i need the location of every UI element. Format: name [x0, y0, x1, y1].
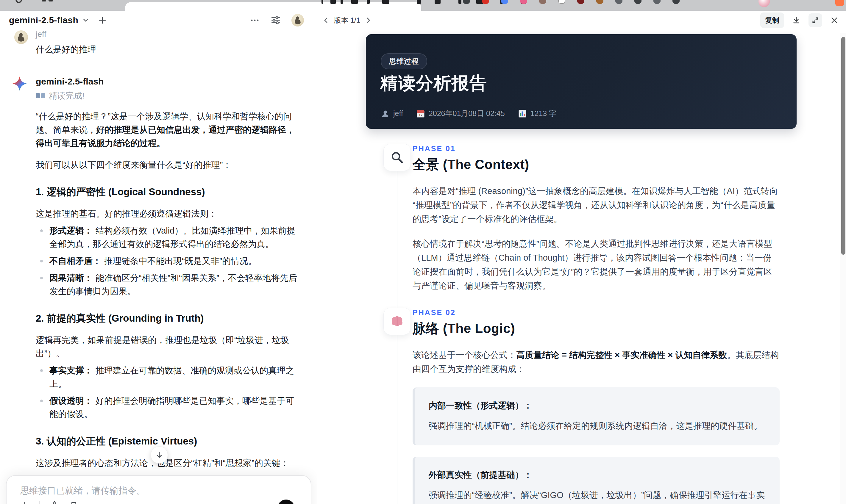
phase-label: PHASE 01 [412, 144, 780, 153]
url-text-fragment [417, 0, 421, 4]
attach-plus-button[interactable] [20, 501, 30, 504]
browser-extension-icon[interactable] [539, 0, 546, 4]
section-heading: 3. 认知的公正性 (Epistemic Virtues) [36, 435, 298, 448]
section-heading: 2. 前提的真实性 (Grounding in Truth) [36, 312, 298, 325]
intro-paragraph: “什么是好的推理？”这是一个涉及逻辑学、认知科学和哲学核心的问题。简单来说，好的… [36, 110, 298, 150]
url-text-fragment [435, 0, 441, 4]
book-icon [36, 92, 45, 100]
url-text-fragment [382, 0, 389, 4]
browser-extension-icon[interactable] [501, 0, 508, 4]
user-message: jeff 什么是好的推理 [36, 30, 298, 56]
phase-paragraph: 本内容是对“推理 (Reasoning)”这一抽象概念的高层建模。在知识爆炸与人… [412, 184, 780, 226]
chat-input[interactable]: 思维接口已就绪，请传输指令。 [20, 485, 145, 497]
report-type-badge: 思维过程 [381, 53, 427, 69]
report-title: 精读分析报告 [380, 72, 487, 95]
version-indicator: 版本 1/1 [334, 16, 360, 25]
bookmark-icon[interactable] [69, 501, 78, 504]
browser-tabs-icon[interactable] [49, 0, 53, 1]
browser-tabs-icon[interactable] [42, 0, 46, 1]
url-text-fragment [340, 0, 343, 4]
user-avatar [14, 30, 28, 44]
dimension-card: 外部真实性（前提基础）： 强调推理的“经验校准”。解决“GIGO（垃圾进，垃圾出… [412, 457, 780, 504]
list-item: 因果清晰：能准确区分“相关性”和“因果关系”，不会轻率地将先后发生的事情归为因果… [36, 271, 298, 298]
card-title: 内部一致性（形式逻辑）： [429, 400, 766, 412]
voice-input-button[interactable] [278, 500, 295, 504]
person-icon [381, 109, 390, 118]
next-version-button[interactable] [364, 16, 372, 24]
list-item: 不自相矛盾：推理链条中不能出现“既是又非”的情况。 [36, 254, 298, 268]
card-title: 外部真实性（前提基础）： [429, 469, 766, 481]
download-button[interactable] [790, 13, 803, 27]
report-meta: jeff 17 2026年01月08日 02:45 1213 字 [381, 109, 557, 119]
magnifier-icon [383, 144, 411, 171]
browser-extension-icon[interactable] [520, 0, 527, 4]
browser-extension-icon[interactable] [463, 0, 470, 4]
svg-text:17: 17 [419, 113, 423, 117]
more-options-button[interactable] [250, 15, 260, 25]
browser-extensions [463, 0, 680, 11]
url-text-fragment [458, 0, 461, 4]
skills-diamond-icon[interactable] [49, 501, 59, 504]
preview-toolbar: 版本 1/1 复制 [317, 11, 846, 30]
arrow-down-icon [155, 451, 163, 459]
browser-extension-icon[interactable] [615, 0, 622, 4]
report-hero-card: 思维过程 精读分析报告 jeff 17 2026年01月08日 02:45 12… [366, 34, 797, 129]
browser-profile-avatar[interactable] [758, 0, 770, 7]
browser-extension-icon[interactable] [672, 0, 680, 4]
gemini-star-icon [13, 76, 27, 91]
conversation-title[interactable]: gemini-2.5-flash [9, 15, 78, 25]
list-item: 假设透明：好的推理会明确指明哪些是已知事实，哪些是基于可能的假设。 [36, 394, 298, 421]
card-body: 强调推理的“经验校准”。解决“GIGO（垃圾进，垃圾出）”问题，确保推理引擎运行… [429, 488, 766, 504]
browser-extension-icon[interactable] [558, 0, 565, 4]
browser-menu-icon[interactable] [835, 0, 844, 6]
settings-sliders-button[interactable] [270, 15, 281, 25]
browser-reload-icon[interactable] [16, 0, 22, 3]
date-meta: 17 2026年01月08日 02:45 [416, 109, 505, 119]
card-body: 强调推理的“机械正确”。结论必须在给定的规则系统内逻辑自洽，这是推理的硬件基础。 [429, 419, 766, 433]
expand-fullscreen-button[interactable] [809, 13, 822, 27]
close-preview-button[interactable] [828, 13, 841, 27]
phase-title: 脉络 (The Logic) [412, 320, 780, 337]
new-chat-button[interactable] [98, 16, 107, 25]
report-document: 思维过程 精读分析报告 jeff 17 2026年01月08日 02:45 12… [317, 30, 840, 504]
copy-button[interactable]: 复制 [760, 13, 784, 28]
phase-paragraph: 核心情境在于解决“思考的随意性”问题。不论是人类通过批判性思维进行决策，还是大语… [412, 237, 780, 293]
browser-extension-icon[interactable] [653, 0, 660, 4]
chat-messages: jeff 什么是好的推理 gemini-2.5-flash [0, 30, 317, 504]
status-line: 精读完成! [36, 90, 298, 102]
section-lead: 逻辑再完美，如果前提是错误的，推理也是垃圾（即“垃圾进，垃圾出”）。 [36, 334, 298, 360]
url-text-fragment [351, 0, 358, 4]
scroll-to-bottom-button[interactable] [151, 446, 168, 464]
close-icon [830, 16, 839, 24]
section-lead: 这是推理的基石。好的推理必须遵循逻辑法则： [36, 207, 298, 220]
model-name: gemini-2.5-flash [36, 76, 298, 87]
previous-version-button[interactable] [322, 16, 330, 24]
phase-section-1: PHASE 01 全景 (The Context) 本内容是对“推理 (Reas… [317, 144, 780, 293]
message-text: 什么是好的推理 [36, 44, 298, 56]
browser-extension-icon[interactable] [482, 0, 489, 4]
phase-paragraph: 该论述基于一个核心公式：高质量结论 = 结构完整性 × 事实准确性 × 认知自律… [412, 348, 780, 376]
bullet-list: 事实支撑：推理建立在可靠的数据、准确的观测或公认的真理之上。 假设透明：好的推理… [36, 364, 298, 421]
browser-extension-icon[interactable] [596, 0, 603, 4]
user-avatar[interactable] [292, 14, 304, 26]
scrollbar-thumb[interactable] [841, 37, 845, 255]
browser-toolbar [0, 0, 846, 11]
artifact-preview-panel: 版本 1/1 复制 思维过程 精读分析报告 [317, 11, 846, 504]
url-text-fragment [331, 0, 336, 4]
message-composer[interactable]: 思维接口已就绪，请传输指令。 [6, 475, 311, 504]
brain-icon [383, 308, 411, 335]
browser-extension-icon[interactable] [634, 0, 641, 4]
vertical-scrollbar[interactable] [840, 33, 846, 504]
bar-chart-icon [518, 109, 527, 118]
phase-title: 全景 (The Context) [412, 156, 780, 174]
list-item: 事实支撑：推理建立在可靠的数据、准确的观测或公认的真理之上。 [36, 364, 298, 391]
assistant-markdown: “什么是好的推理？”这是一个涉及逻辑学、认知科学和哲学核心的问题。简单来说，好的… [36, 110, 298, 504]
message-author: jeff [36, 30, 298, 39]
calendar-icon: 17 [416, 109, 425, 118]
chevron-down-icon[interactable] [82, 16, 90, 24]
chat-panel: gemini-2.5-flash [0, 11, 317, 504]
url-text-fragment [321, 0, 323, 4]
phase-section-2: PHASE 02 脉络 (The Logic) 该论述基于一个核心公式：高质量结… [317, 308, 780, 504]
browser-extension-icon[interactable] [577, 0, 584, 4]
browser-address-bar[interactable] [125, 2, 421, 11]
